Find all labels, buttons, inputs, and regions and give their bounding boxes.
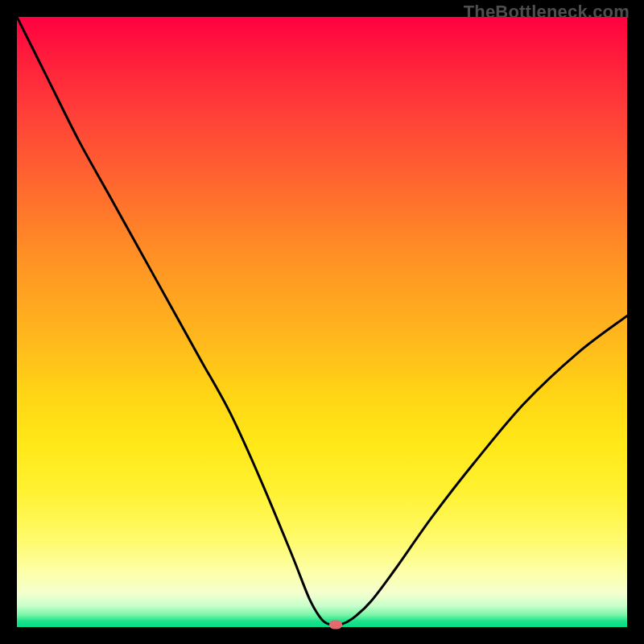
watermark-text: TheBottleneck.com <box>464 2 630 23</box>
bottleneck-curve-path <box>17 17 627 625</box>
chart-frame: TheBottleneck.com <box>0 0 644 644</box>
optimum-marker <box>329 620 342 629</box>
curve-svg <box>17 17 627 627</box>
plot-area <box>17 17 627 627</box>
